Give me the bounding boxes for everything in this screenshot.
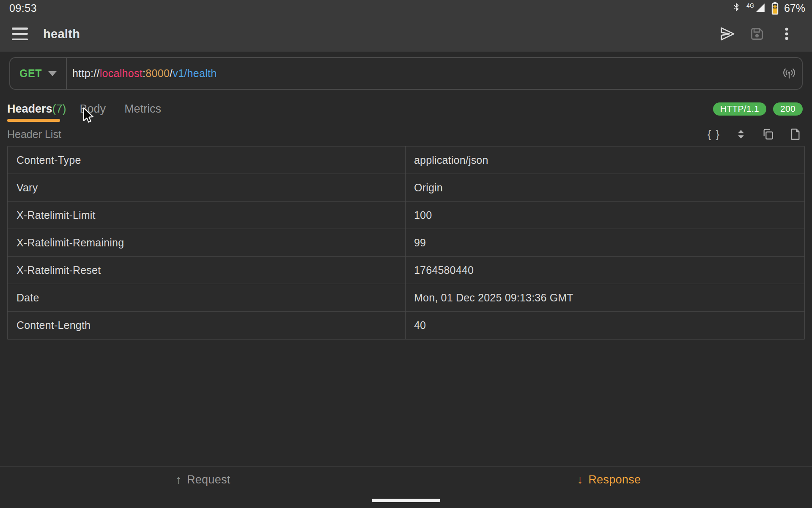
braces-icon[interactable]: { } (705, 126, 722, 143)
dropdown-caret-icon (48, 71, 57, 76)
header-name-cell: Content-Type (8, 146, 406, 174)
overflow-menu-icon[interactable] (777, 25, 796, 43)
response-tab-bar: Headers(7) Body Metrics HTTP/1.1 200 (0, 95, 812, 123)
bottom-bar: ↑ Request ↓ Response (0, 466, 812, 493)
header-name-cell: X-Ratelimit-Limit (8, 202, 406, 229)
method-label: GET (19, 67, 42, 80)
broadcast-icon[interactable] (776, 58, 802, 89)
clock: 09:53 (9, 2, 37, 14)
url-input[interactable]: http://localhost:8000/v1/health (67, 58, 776, 89)
url-path: v1/health (173, 67, 217, 80)
send-icon[interactable] (718, 25, 737, 43)
header-list-toolbar: Header List { } (0, 124, 812, 144)
save-icon[interactable] (748, 25, 766, 43)
document-icon[interactable] (787, 126, 804, 143)
header-value-cell: 40 (406, 312, 804, 339)
header-name-cell: Date (8, 284, 406, 311)
request-url-bar: GET http://localhost:8000/v1/health (9, 57, 803, 90)
table-row[interactable]: X-Ratelimit-Reset 1764580440 (8, 257, 804, 284)
table-row[interactable]: Content-Length 40 (8, 312, 804, 339)
header-name-cell: Vary (8, 174, 406, 201)
url-colon: : (143, 67, 145, 80)
header-list-title: Header List (7, 128, 61, 141)
active-tab-indicator (7, 119, 60, 122)
copy-icon[interactable] (760, 126, 776, 143)
tab-headers-label: Headers (7, 102, 52, 116)
gesture-nav-pill[interactable] (372, 499, 440, 502)
tab-headers-count: (7) (52, 102, 66, 116)
bluetooth-icon (732, 1, 741, 15)
header-value-cell: 1764580440 (406, 257, 804, 284)
table-row[interactable]: X-Ratelimit-Limit 100 (8, 202, 804, 229)
header-name-cell: Content-Length (8, 312, 406, 339)
table-row[interactable]: Vary Origin (8, 174, 804, 202)
menu-icon[interactable] (12, 28, 28, 40)
battery-percent: 67% (784, 2, 805, 14)
app-bar: health (0, 16, 812, 52)
header-name-cell: X-Ratelimit-Reset (8, 257, 406, 284)
url-port: 8000 (145, 67, 170, 80)
protocol-badge: HTTP/1.1 (713, 102, 766, 116)
battery-charging-icon (771, 2, 779, 15)
down-arrow-icon: ↓ (577, 473, 583, 486)
headers-table: Content-Type application/json Vary Origi… (7, 146, 805, 340)
up-arrow-icon: ↑ (176, 473, 181, 486)
method-selector[interactable]: GET (10, 58, 67, 89)
header-value-cell: 99 (406, 229, 804, 256)
page-title: health (43, 27, 80, 41)
url-host: localhost (100, 67, 143, 80)
header-value-cell: 100 (406, 202, 804, 229)
url-slash: / (170, 67, 173, 80)
status-bar: 09:53 4G 67% (0, 0, 812, 16)
table-row[interactable]: X-Ratelimit-Remaining 99 (8, 229, 804, 257)
header-value-cell: application/json (406, 146, 804, 174)
tab-metrics-label: Metrics (124, 102, 161, 116)
table-row[interactable]: Content-Type application/json (8, 146, 804, 174)
request-button[interactable]: ↑ Request (0, 467, 406, 493)
header-value-cell: Mon, 01 Dec 2025 09:13:36 GMT (406, 284, 804, 311)
header-name-cell: X-Ratelimit-Remaining (8, 229, 406, 256)
url-scheme: http:// (72, 67, 100, 80)
tab-metrics[interactable]: Metrics (124, 102, 161, 116)
response-button[interactable]: ↓ Response (406, 467, 812, 493)
table-row[interactable]: Date Mon, 01 Dec 2025 09:13:36 GMT (8, 284, 804, 312)
tab-headers[interactable]: Headers(7) (7, 102, 66, 116)
tab-body-label: Body (80, 102, 106, 116)
header-value-cell: Origin (406, 174, 804, 201)
tab-body[interactable]: Body (80, 102, 106, 116)
unfold-icon[interactable] (732, 126, 749, 143)
status-code-badge: 200 (773, 102, 803, 116)
status-icons: 4G 67% (732, 1, 805, 15)
signal-icon: 4G (746, 2, 766, 14)
